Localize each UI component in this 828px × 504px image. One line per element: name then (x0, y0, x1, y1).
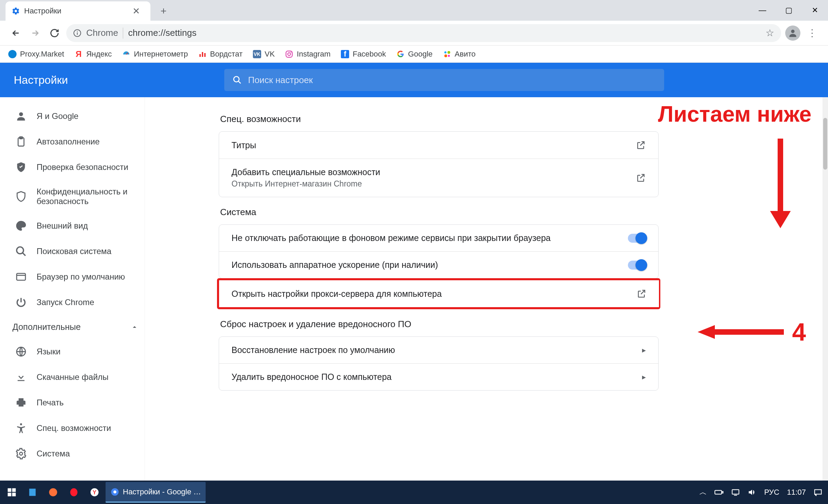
network-icon[interactable] (731, 488, 740, 496)
sidebar-item-you-and-google[interactable]: Я и Google (0, 103, 150, 129)
annotation-arrow-down (770, 139, 791, 228)
annotation-step-number: 4 (788, 317, 810, 347)
shield-icon (15, 191, 27, 202)
row-add-accessibility[interactable]: Добавить специальные возможности Открыть… (219, 159, 658, 197)
svg-point-8 (288, 53, 290, 56)
row-proxy-settings[interactable]: Открыть настройки прокси-сервера для ком… (219, 280, 659, 307)
close-tab-button[interactable]: ✕ (130, 6, 143, 17)
toggle-background-apps[interactable] (628, 234, 646, 243)
settings-search-input[interactable] (248, 75, 656, 85)
sidebar-item-on-startup[interactable]: Запуск Chrome (0, 290, 150, 315)
sidebar-item-downloads[interactable]: Скачанные файлы (0, 364, 150, 390)
svg-rect-38 (722, 492, 723, 493)
forward-button[interactable] (28, 26, 43, 41)
close-window-button[interactable]: ✕ (802, 1, 828, 19)
tray-chevron-icon[interactable]: ︿ (699, 487, 707, 497)
notifications-icon[interactable] (814, 488, 822, 496)
windows-taskbar: Y Настройки - Google … ︿ РУС 11:07 (0, 481, 828, 504)
bookmark-label: Яндекс (86, 50, 112, 59)
kebab-menu-button[interactable]: ⋮ (805, 26, 820, 41)
settings-search[interactable] (224, 69, 664, 91)
row-hardware-accel[interactable]: Использовать аппаратное ускорение (при н… (219, 251, 658, 278)
taskbar-tray: ︿ РУС 11:07 (699, 487, 826, 497)
url-prefix: Chrome (86, 28, 118, 38)
toggle-hardware-accel[interactable] (628, 261, 646, 270)
taskbar-language[interactable]: РУС (764, 488, 779, 497)
battery-icon[interactable] (714, 488, 723, 496)
sidebar-item-languages[interactable]: Языки (0, 339, 150, 364)
card-accessibility: Титры Добавить специальные возможности О… (219, 131, 659, 197)
taskbar-app-firefox[interactable] (43, 482, 63, 503)
svg-rect-5 (202, 52, 203, 57)
sidebar-item-label: Браузер по умолчанию (37, 272, 125, 282)
taskbar-clock[interactable]: 11:07 (787, 488, 806, 497)
taskbar-app-chrome[interactable]: Настройки - Google … (106, 482, 206, 503)
svg-point-11 (447, 51, 450, 54)
svg-point-3 (791, 30, 795, 33)
svg-point-36 (114, 490, 117, 493)
download-icon (15, 371, 27, 383)
bookmark-star-button[interactable]: ☆ (766, 27, 774, 39)
bookmark-facebook[interactable]: fFacebook (341, 50, 386, 59)
sidebar-item-default-browser[interactable]: Браузер по умолчанию (0, 264, 150, 290)
row-label: Восстановление настроек по умолчанию (231, 345, 395, 355)
sidebar-item-appearance[interactable]: Внешний вид (0, 213, 150, 239)
sidebar-group-advanced[interactable]: Дополнительные (0, 315, 150, 339)
taskbar-app-yandex-browser[interactable]: Y (85, 482, 104, 503)
sidebar-item-accessibility[interactable]: Спец. возможности (0, 415, 150, 441)
sidebar-scrollbar[interactable] (145, 97, 150, 481)
row-restore-defaults[interactable]: Восстановление настроек по умолчанию ▸ (219, 337, 658, 363)
minimize-button[interactable]: — (749, 1, 776, 19)
person-icon (15, 110, 27, 122)
bookmark-google[interactable]: Google (396, 50, 433, 59)
reload-button[interactable] (47, 26, 62, 41)
bookmark-label: Интернетометр (134, 50, 188, 59)
row-cleanup[interactable]: Удалить вредоносное ПО с компьютера ▸ (219, 363, 658, 390)
maximize-button[interactable]: ▢ (776, 1, 802, 19)
volume-icon[interactable] (748, 488, 757, 496)
bookmark-instagram[interactable]: Instagram (285, 50, 331, 59)
back-button[interactable] (8, 26, 23, 41)
svg-rect-4 (199, 54, 201, 57)
site-info-icon (73, 29, 81, 37)
row-captions[interactable]: Титры (219, 132, 658, 159)
row-label: Открыть настройки прокси-сервера для ком… (231, 289, 442, 299)
svg-point-31 (49, 488, 57, 496)
profile-avatar[interactable] (785, 26, 800, 41)
accessibility-icon (15, 422, 27, 434)
bookmark-wordstat[interactable]: Вордстат (198, 50, 243, 59)
taskbar-app-notepad[interactable] (23, 482, 42, 503)
sidebar-item-search-engine[interactable]: Поисковая система (0, 239, 150, 264)
url-box[interactable]: Chrome chrome://settings ☆ (66, 24, 781, 42)
bookmark-avito[interactable]: Авито (443, 50, 476, 59)
start-button[interactable] (2, 482, 21, 503)
svg-point-9 (291, 52, 292, 52)
sidebar-item-privacy[interactable]: Конфиденциальность и безопасность (0, 180, 150, 213)
external-link-icon (635, 140, 646, 150)
bookmark-yandex[interactable]: ЯЯндекс (75, 50, 112, 59)
sidebar-item-label: Внешний вид (37, 221, 88, 231)
row-label: Титры (231, 140, 256, 150)
sidebar-item-label: Система (37, 449, 70, 458)
row-label: Не отключать работающие в фоновом режиме… (231, 233, 551, 243)
content-scrollbar[interactable] (822, 97, 828, 481)
new-tab-button[interactable]: + (157, 4, 170, 18)
external-link-icon (635, 173, 646, 183)
row-background-apps[interactable]: Не отключать работающие в фоновом режиме… (219, 225, 658, 251)
bookmark-vk[interactable]: VKVK (253, 50, 275, 59)
sidebar-item-printing[interactable]: Печать (0, 390, 150, 415)
svg-rect-29 (12, 493, 16, 496)
bookmark-proxymarket[interactable]: Proxy.Market (8, 50, 64, 59)
bookmark-speedtest[interactable]: Интернетометр (122, 50, 188, 59)
sidebar-item-autofill[interactable]: Автозаполнение (0, 129, 150, 154)
settings-content: Спец. возможности Титры Добавить специал… (150, 97, 828, 481)
sidebar-item-safety-check[interactable]: Проверка безопасности (0, 154, 150, 180)
svg-marker-24 (770, 211, 791, 228)
gear-icon (12, 7, 20, 15)
taskbar-app-opera[interactable] (64, 482, 83, 503)
browser-tab[interactable]: Настройки ✕ (6, 1, 150, 21)
sidebar-item-system[interactable]: Система (0, 441, 150, 466)
svg-rect-2 (77, 31, 78, 32)
chevron-up-icon (130, 323, 139, 331)
taskbar-app-label: Настройки - Google … (123, 487, 201, 496)
